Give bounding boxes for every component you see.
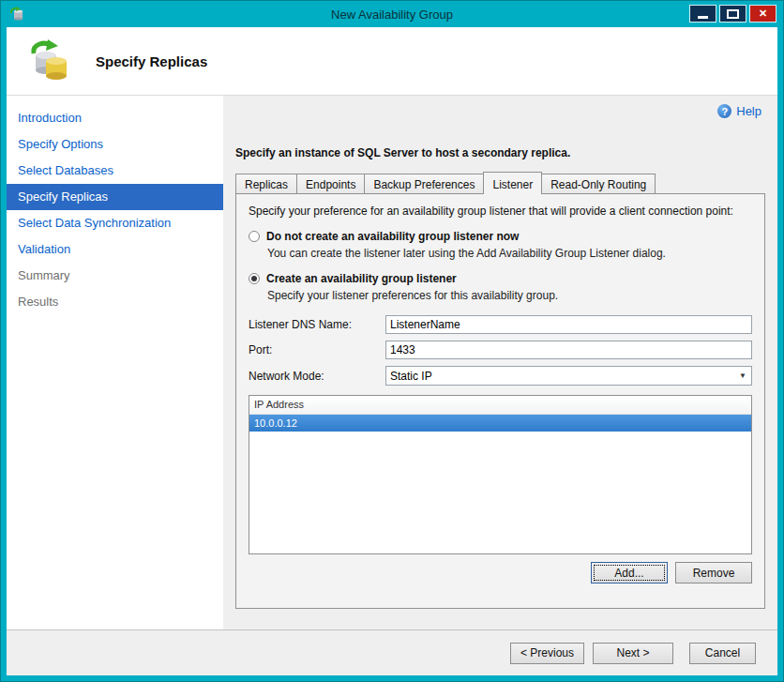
sidebar-item-introduction[interactable]: Introduction	[7, 105, 223, 131]
ip-address-column-header: IP Address	[249, 396, 751, 415]
tab-listener[interactable]: Listener	[483, 172, 542, 194]
option-create-listener-row[interactable]: Create an availability group listener	[249, 272, 752, 285]
sidebar-item-select-databases[interactable]: Select Databases	[7, 158, 223, 184]
help-label: Help	[736, 104, 761, 118]
network-mode-row: Network Mode: Static IP ▼	[249, 366, 752, 386]
network-mode-select[interactable]: Static IP ▼	[385, 366, 752, 386]
main-panel: ? Help Specify an instance of SQL Server…	[223, 96, 777, 629]
port-row: Port:	[249, 341, 752, 359]
wizard-header: Specify Replicas	[7, 27, 777, 96]
dns-name-input[interactable]	[385, 315, 752, 334]
listener-fields: Listener DNS Name: Port: Network Mode: S…	[249, 315, 752, 386]
next-button[interactable]: Next >	[593, 643, 673, 664]
titlebar: New Availability Group ✕	[1, 1, 783, 27]
previous-button[interactable]: < Previous	[510, 643, 584, 664]
content-row: Introduction Specify Options Select Data…	[7, 96, 777, 629]
tab-read-only-routing[interactable]: Read-Only Routing	[541, 174, 656, 193]
close-icon: ✕	[759, 8, 767, 19]
sidebar-item-specify-replicas[interactable]: Specify Replicas	[7, 184, 223, 210]
window-controls: ✕	[689, 5, 776, 23]
sidebar-item-results: Results	[7, 289, 223, 315]
sidebar-item-select-data-synchronization[interactable]: Select Data Synchronization	[7, 210, 223, 236]
minimize-icon	[698, 16, 708, 19]
ip-address-list[interactable]: IP Address 10.0.0.12	[249, 395, 752, 554]
sidebar-item-summary: Summary	[7, 263, 223, 289]
dns-name-label: Listener DNS Name:	[249, 318, 385, 331]
dialog-body: Specify Replicas Introduction Specify Op…	[7, 27, 777, 675]
page-title: Specify Replicas	[96, 53, 207, 69]
maximize-icon	[727, 9, 739, 19]
port-label: Port:	[249, 343, 385, 356]
minimize-button[interactable]	[689, 5, 716, 23]
option-no-listener-row[interactable]: Do not create an availability group list…	[249, 230, 752, 243]
ip-list-actions: Add... Remove	[249, 562, 752, 583]
wizard-footer: < Previous Next > Cancel	[7, 629, 777, 675]
dns-name-row: Listener DNS Name:	[249, 315, 752, 334]
port-input[interactable]	[385, 341, 752, 359]
instruction-text: Specify an instance of SQL Server to hos…	[235, 96, 765, 159]
network-mode-label: Network Mode:	[249, 370, 385, 383]
tab-endpoints[interactable]: Endpoints	[296, 174, 365, 193]
help-link[interactable]: ? Help	[717, 104, 761, 118]
help-icon: ?	[717, 104, 731, 118]
option-no-listener: Do not create an availability group list…	[249, 230, 752, 260]
new-availability-group-dialog: New Availability Group ✕	[0, 0, 784, 682]
option-no-listener-description: You can create the listener later using …	[267, 247, 752, 260]
radio-create-listener[interactable]	[249, 273, 260, 284]
option-no-listener-label[interactable]: Do not create an availability group list…	[266, 230, 519, 243]
preference-text: Specify your preference for an availabil…	[249, 205, 752, 218]
network-mode-value: Static IP	[390, 370, 432, 383]
option-create-listener-label[interactable]: Create an availability group listener	[266, 272, 457, 285]
sidebar-item-validation[interactable]: Validation	[7, 236, 223, 263]
maximize-button[interactable]	[719, 5, 746, 23]
listener-tab-panel: Specify your preference for an availabil…	[235, 193, 765, 609]
tab-backup-preferences[interactable]: Backup Preferences	[364, 174, 484, 193]
tab-replicas[interactable]: Replicas	[235, 174, 297, 193]
radio-no-listener[interactable]	[249, 231, 260, 242]
option-create-listener-description: Specify your listener preferences for th…	[267, 289, 752, 302]
add-button[interactable]: Add...	[591, 562, 668, 583]
sidebar-item-specify-options[interactable]: Specify Options	[7, 131, 223, 158]
option-create-listener: Create an availability group listener Sp…	[249, 272, 752, 302]
ip-address-row[interactable]: 10.0.0.12	[249, 415, 751, 432]
chevron-down-icon: ▼	[735, 368, 750, 384]
cancel-button[interactable]: Cancel	[689, 643, 756, 664]
wizard-steps-sidebar: Introduction Specify Options Select Data…	[7, 96, 223, 629]
availability-group-icon	[27, 38, 72, 83]
remove-button[interactable]: Remove	[675, 562, 752, 583]
close-button[interactable]: ✕	[749, 5, 776, 23]
tab-strip: Replicas Endpoints Backup Preferences Li…	[235, 172, 765, 193]
window-title: New Availability Group	[1, 8, 783, 22]
